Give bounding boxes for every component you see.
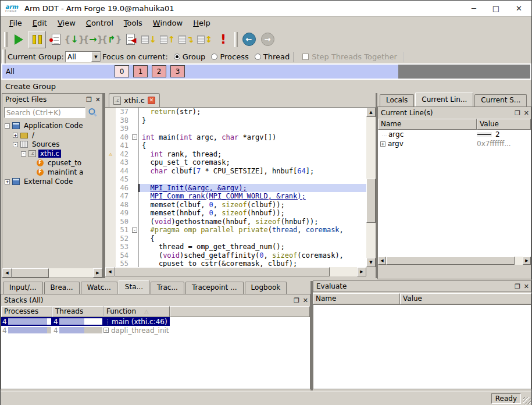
menu-window[interactable]: Window [148, 18, 188, 28]
scrollbar-thumb[interactable] [366, 179, 376, 223]
tree-item-sources[interactable]: -Sources [2, 140, 102, 149]
tab-trac-[interactable]: Trac... [151, 282, 184, 294]
create-group-bar[interactable]: Create Group [1, 80, 531, 93]
process-button-1[interactable]: 1 [133, 65, 148, 77]
scrollbar-thumb[interactable] [115, 267, 330, 276]
breakpoint-margin[interactable] [105, 141, 116, 150]
up-stack-frame-icon[interactable]: ↑ [159, 31, 176, 48]
tab-locals[interactable]: Locals [380, 94, 414, 106]
column-header-function[interactable]: Function△ [103, 306, 170, 317]
evaluate-table[interactable] [313, 304, 531, 389]
breakpoint-margin[interactable] [105, 167, 116, 176]
radio-process[interactable] [211, 54, 217, 60]
float-panel-icon[interactable]: ❐ [515, 283, 520, 290]
tab-logbook[interactable]: Logbook [245, 282, 287, 294]
current-group-select[interactable]: All ▼ [65, 51, 101, 62]
breakpoint-margin[interactable] [105, 108, 116, 116]
scroll-right-icon[interactable]: ▶ [523, 257, 531, 265]
step-into-icon[interactable]: {↓} [66, 31, 83, 48]
maximize-icon[interactable]: □ [492, 5, 499, 13]
float-panel-icon[interactable]: ❐ [294, 297, 299, 304]
breakpoint-margin[interactable] [105, 158, 116, 167]
tree-item-application-code[interactable]: -Application Code [2, 121, 102, 130]
breakpoint-margin[interactable] [105, 201, 116, 209]
breakpoint-margin[interactable] [105, 184, 116, 193]
tab-tracepoint-[interactable]: Tracepoint ... [185, 282, 244, 294]
tab-sta-[interactable]: Sta... [119, 280, 149, 294]
close-panel-icon[interactable]: ✕ [524, 109, 529, 117]
tree-item-external-code[interactable]: +External Code [2, 177, 102, 186]
tab-watc-[interactable]: Watc... [81, 282, 117, 294]
code-line-53[interactable]: 53 thread = omp_get_thread_num(); [105, 243, 366, 251]
stack-row[interactable]: 44+dapli_thread_init [1, 326, 170, 335]
close-panel-icon[interactable]: ✕ [303, 297, 308, 304]
menu-file[interactable]: File [4, 18, 27, 28]
fold-collapse-icon[interactable]: - [131, 133, 138, 142]
code-line-45[interactable]: 45 [105, 175, 366, 184]
code-line-48[interactable]: 48 memset(clbuf, 0, sizeof(clbuf)); [105, 201, 366, 209]
scroll-up-icon[interactable]: ▲ [366, 108, 376, 117]
tab-xthi-c[interactable]: .c xthi.c ✕ [109, 93, 160, 107]
step-out-icon[interactable]: {↱} [103, 31, 120, 48]
tree-item-main-int-a[interactable]: -Fmain(int a [2, 168, 102, 177]
variable-row-argc[interactable]: …argc2 [378, 130, 531, 139]
tree-item--[interactable]: +/ [2, 130, 102, 140]
breakpoint-margin[interactable] [105, 251, 116, 260]
group-all-row[interactable]: All 0123 [2, 65, 398, 79]
close-panel-icon[interactable]: ✕ [524, 283, 529, 290]
breakpoint-margin[interactable] [105, 243, 116, 251]
breakpoint-margin[interactable] [105, 125, 116, 133]
code-line-43[interactable]: 43 cpu_set_t coremask; [105, 158, 366, 167]
code-line-47[interactable]: 47 MPI_Comm_rank(MPI_COMM_WORLD, &rank); [105, 192, 366, 201]
scrollbar-thumb[interactable] [12, 268, 49, 278]
resize-grip[interactable] [523, 397, 531, 404]
search-icon[interactable] [88, 108, 98, 118]
variables-h-scrollbar[interactable]: ◀ ▶ [378, 257, 531, 265]
column-header-value[interactable]: Value [400, 293, 531, 304]
code-line-54[interactable]: 54 (void)sched_getaffinity(0, sizeof(cor… [105, 251, 366, 260]
breakpoint-margin[interactable] [105, 209, 116, 218]
code-line-55[interactable]: 55 cpuset_to_cstr(&coremask, clbuf); [105, 260, 366, 267]
radio-thread[interactable] [255, 54, 261, 60]
warning-icon[interactable]: ⚠ [105, 150, 116, 159]
collapse-icon[interactable]: - [13, 142, 18, 147]
minimize-icon[interactable]: ─ [472, 5, 476, 13]
play-icon[interactable] [10, 31, 27, 48]
process-button-0[interactable]: 0 [115, 65, 129, 77]
project-h-scrollbar[interactable]: ◀ ▶ [2, 268, 102, 278]
toolbar-handle[interactable] [4, 32, 8, 47]
column-header-value[interactable]: Value [477, 119, 531, 130]
code-viewport[interactable]: 37 return(str);38}3940-int main(int argc… [105, 108, 366, 267]
code-line-52[interactable]: 52 { [105, 235, 366, 243]
toolbar-handle[interactable] [2, 49, 6, 65]
code-line-41[interactable]: 41{ [105, 141, 366, 150]
chevron-down-icon[interactable]: ▼ [91, 52, 101, 62]
expand-icon[interactable]: + [13, 133, 18, 138]
tab-input-[interactable]: Input/... [3, 282, 43, 294]
code-line-39[interactable]: 39 [105, 125, 366, 133]
code-line-37[interactable]: 37 return(str); [105, 108, 366, 116]
stack-row[interactable]: 44┊main (xthi.c:46) [1, 317, 170, 326]
menu-help[interactable]: Help [188, 18, 216, 28]
breakpoint-margin[interactable] [105, 133, 116, 142]
breakpoint-margin[interactable] [105, 218, 116, 226]
scroll-right-icon[interactable]: ▶ [93, 268, 102, 278]
search-input[interactable] [4, 107, 85, 118]
expand-stack-icon[interactable]: ↕ [196, 31, 213, 48]
back-icon[interactable]: ← [240, 31, 258, 48]
toolbar-handle[interactable] [234, 32, 238, 47]
column-header-name[interactable]: Name [313, 293, 400, 304]
float-panel-icon[interactable]: ❐ [86, 96, 92, 104]
scrollbar-thumb[interactable] [386, 257, 515, 265]
code-line-38[interactable]: 38} [105, 116, 366, 125]
code-line-42[interactable]: ⚠42 int rank, thread; [105, 150, 366, 159]
pause-icon[interactable] [28, 31, 46, 48]
editor-v-scrollbar[interactable]: ▲ ▼ [366, 108, 376, 267]
menu-view[interactable]: View [52, 18, 81, 28]
scroll-left-icon[interactable]: ◀ [2, 268, 12, 278]
expand-icon[interactable]: + [5, 179, 10, 184]
breakpoint-margin[interactable] [105, 116, 116, 125]
add-tracepoint-icon[interactable] [47, 31, 65, 48]
interrupt-icon[interactable]: ! [215, 31, 232, 48]
run-to-line-icon[interactable]: ◀ [122, 31, 139, 48]
